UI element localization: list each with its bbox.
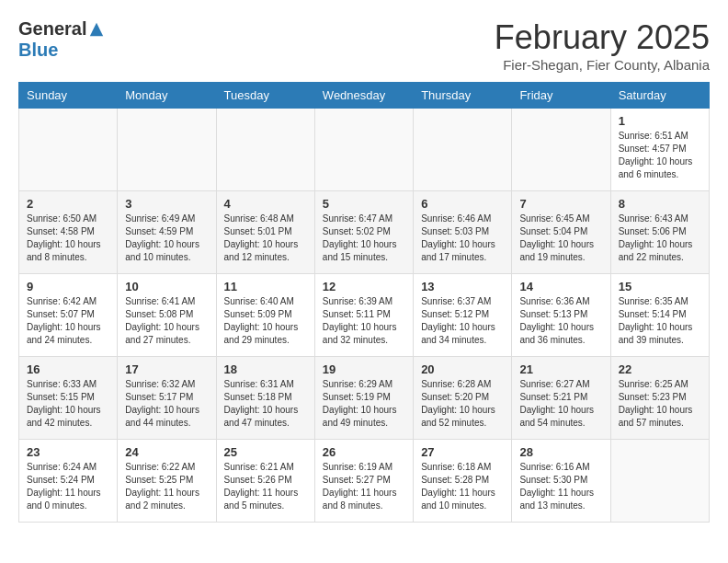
day-number: 24: [125, 445, 208, 459]
day-info: Sunrise: 6:16 AM Sunset: 5:30 PM Dayligh…: [519, 461, 602, 512]
logo-general-text: General: [18, 18, 86, 40]
day-number: 25: [224, 445, 307, 459]
day-info: Sunrise: 6:36 AM Sunset: 5:13 PM Dayligh…: [519, 295, 602, 347]
table-row: 19Sunrise: 6:29 AM Sunset: 5:19 PM Dayli…: [314, 357, 413, 440]
logo: General Blue: [18, 18, 105, 61]
day-info: Sunrise: 6:48 AM Sunset: 5:01 PM Dayligh…: [224, 213, 307, 264]
location-title: Fier-Shegan, Fier County, Albania: [495, 57, 710, 73]
table-row: 18Sunrise: 6:31 AM Sunset: 5:18 PM Dayli…: [216, 357, 314, 440]
day-info: Sunrise: 6:21 AM Sunset: 5:26 PM Dayligh…: [224, 461, 307, 512]
table-row: 9Sunrise: 6:42 AM Sunset: 5:07 PM Daylig…: [19, 274, 118, 357]
header-friday: Friday: [512, 83, 610, 109]
table-row: 22Sunrise: 6:25 AM Sunset: 5:23 PM Dayli…: [610, 357, 709, 440]
day-number: 16: [27, 362, 109, 376]
table-row: 21Sunrise: 6:27 AM Sunset: 5:21 PM Dayli…: [512, 357, 610, 440]
day-number: 10: [125, 280, 208, 293]
day-number: 14: [519, 280, 602, 293]
day-info: Sunrise: 6:27 AM Sunset: 5:21 PM Dayligh…: [519, 378, 602, 430]
day-number: 17: [125, 362, 208, 376]
day-info: Sunrise: 6:22 AM Sunset: 5:25 PM Dayligh…: [125, 461, 208, 512]
header-monday: Monday: [118, 83, 216, 109]
day-number: 5: [323, 197, 405, 211]
day-info: Sunrise: 6:35 AM Sunset: 5:14 PM Dayligh…: [619, 295, 701, 347]
table-row: 4Sunrise: 6:48 AM Sunset: 5:01 PM Daylig…: [216, 191, 314, 274]
day-info: Sunrise: 6:19 AM Sunset: 5:27 PM Dayligh…: [323, 461, 405, 512]
table-row: 10Sunrise: 6:41 AM Sunset: 5:08 PM Dayli…: [118, 274, 216, 357]
day-number: 3: [125, 197, 208, 211]
calendar-table: Sunday Monday Tuesday Wednesday Thursday…: [18, 82, 710, 523]
table-row: [512, 109, 610, 191]
header: General Blue February 2025 Fier-Shegan, …: [18, 18, 710, 73]
day-info: Sunrise: 6:49 AM Sunset: 4:59 PM Dayligh…: [125, 213, 208, 264]
day-number: 13: [421, 280, 504, 293]
day-number: 6: [421, 197, 504, 211]
day-number: 26: [323, 445, 405, 459]
table-row: 28Sunrise: 6:16 AM Sunset: 5:30 PM Dayli…: [512, 440, 610, 523]
table-row: 12Sunrise: 6:39 AM Sunset: 5:11 PM Dayli…: [314, 274, 413, 357]
svg-marker-0: [90, 22, 103, 35]
table-row: 2Sunrise: 6:50 AM Sunset: 4:58 PM Daylig…: [19, 191, 118, 274]
table-row: 1Sunrise: 6:51 AM Sunset: 4:57 PM Daylig…: [610, 109, 709, 191]
table-row: 7Sunrise: 6:45 AM Sunset: 5:04 PM Daylig…: [512, 191, 610, 274]
table-row: 23Sunrise: 6:24 AM Sunset: 5:24 PM Dayli…: [19, 440, 118, 523]
day-number: 18: [224, 362, 307, 376]
day-info: Sunrise: 6:45 AM Sunset: 5:04 PM Dayligh…: [519, 213, 602, 264]
day-number: 27: [421, 445, 504, 459]
table-row: 8Sunrise: 6:43 AM Sunset: 5:06 PM Daylig…: [610, 191, 709, 274]
day-number: 11: [224, 280, 307, 293]
day-info: Sunrise: 6:32 AM Sunset: 5:17 PM Dayligh…: [125, 378, 208, 430]
table-row: [216, 109, 314, 191]
calendar-week-row: 1Sunrise: 6:51 AM Sunset: 4:57 PM Daylig…: [19, 109, 710, 191]
day-info: Sunrise: 6:37 AM Sunset: 5:12 PM Dayligh…: [421, 295, 504, 347]
table-row: 20Sunrise: 6:28 AM Sunset: 5:20 PM Dayli…: [414, 357, 512, 440]
header-thursday: Thursday: [414, 83, 512, 109]
day-info: Sunrise: 6:40 AM Sunset: 5:09 PM Dayligh…: [224, 295, 307, 347]
day-number: 7: [519, 197, 602, 211]
table-row: 24Sunrise: 6:22 AM Sunset: 5:25 PM Dayli…: [118, 440, 216, 523]
day-info: Sunrise: 6:41 AM Sunset: 5:08 PM Dayligh…: [125, 295, 208, 347]
table-row: 27Sunrise: 6:18 AM Sunset: 5:28 PM Dayli…: [414, 440, 512, 523]
calendar-week-row: 2Sunrise: 6:50 AM Sunset: 4:58 PM Daylig…: [19, 191, 710, 274]
table-row: 17Sunrise: 6:32 AM Sunset: 5:17 PM Dayli…: [118, 357, 216, 440]
day-info: Sunrise: 6:31 AM Sunset: 5:18 PM Dayligh…: [224, 378, 307, 430]
day-number: 23: [27, 445, 109, 459]
day-number: 19: [323, 362, 405, 376]
day-info: Sunrise: 6:42 AM Sunset: 5:07 PM Dayligh…: [27, 295, 109, 347]
day-number: 12: [323, 280, 405, 293]
day-info: Sunrise: 6:24 AM Sunset: 5:24 PM Dayligh…: [27, 461, 109, 512]
day-info: Sunrise: 6:50 AM Sunset: 4:58 PM Dayligh…: [27, 213, 109, 264]
day-info: Sunrise: 6:29 AM Sunset: 5:19 PM Dayligh…: [323, 378, 405, 430]
header-saturday: Saturday: [610, 83, 709, 109]
table-row: 16Sunrise: 6:33 AM Sunset: 5:15 PM Dayli…: [19, 357, 118, 440]
calendar-week-row: 23Sunrise: 6:24 AM Sunset: 5:24 PM Dayli…: [19, 440, 710, 523]
logo-icon: [88, 21, 105, 38]
day-number: 21: [519, 362, 602, 376]
day-number: 2: [27, 197, 109, 211]
table-row: [118, 109, 216, 191]
day-info: Sunrise: 6:39 AM Sunset: 5:11 PM Dayligh…: [323, 295, 405, 347]
table-row: [414, 109, 512, 191]
table-row: 15Sunrise: 6:35 AM Sunset: 5:14 PM Dayli…: [610, 274, 709, 357]
table-row: 11Sunrise: 6:40 AM Sunset: 5:09 PM Dayli…: [216, 274, 314, 357]
day-number: 4: [224, 197, 307, 211]
day-info: Sunrise: 6:25 AM Sunset: 5:23 PM Dayligh…: [619, 378, 701, 430]
calendar-week-row: 16Sunrise: 6:33 AM Sunset: 5:15 PM Dayli…: [19, 357, 710, 440]
logo-blue-text: Blue: [18, 40, 58, 61]
day-info: Sunrise: 6:28 AM Sunset: 5:20 PM Dayligh…: [421, 378, 504, 430]
calendar-header-row: Sunday Monday Tuesday Wednesday Thursday…: [19, 83, 710, 109]
day-number: 15: [619, 280, 701, 293]
table-row: 25Sunrise: 6:21 AM Sunset: 5:26 PM Dayli…: [216, 440, 314, 523]
table-row: 13Sunrise: 6:37 AM Sunset: 5:12 PM Dayli…: [414, 274, 512, 357]
table-row: [610, 440, 709, 523]
day-number: 8: [619, 197, 701, 211]
title-section: February 2025 Fier-Shegan, Fier County, …: [495, 18, 710, 73]
header-tuesday: Tuesday: [216, 83, 314, 109]
table-row: 26Sunrise: 6:19 AM Sunset: 5:27 PM Dayli…: [314, 440, 413, 523]
day-number: 20: [421, 362, 504, 376]
table-row: 5Sunrise: 6:47 AM Sunset: 5:02 PM Daylig…: [314, 191, 413, 274]
calendar-week-row: 9Sunrise: 6:42 AM Sunset: 5:07 PM Daylig…: [19, 274, 710, 357]
day-number: 22: [619, 362, 701, 376]
day-info: Sunrise: 6:46 AM Sunset: 5:03 PM Dayligh…: [421, 213, 504, 264]
table-row: 6Sunrise: 6:46 AM Sunset: 5:03 PM Daylig…: [414, 191, 512, 274]
day-info: Sunrise: 6:51 AM Sunset: 4:57 PM Dayligh…: [619, 130, 701, 181]
